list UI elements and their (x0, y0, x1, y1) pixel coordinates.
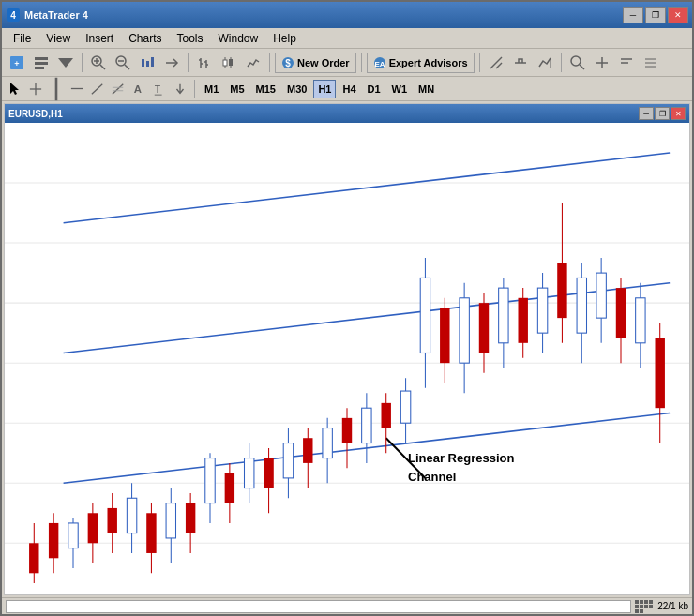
inner-restore-button[interactable]: ❐ (655, 107, 670, 120)
text-label-tool[interactable]: T (150, 80, 169, 98)
indicator1-button[interactable] (485, 53, 507, 73)
period-d1[interactable]: D1 (363, 80, 385, 98)
svg-rect-73 (68, 523, 78, 548)
time-button[interactable] (615, 53, 638, 73)
grid-icon (635, 600, 654, 613)
period-m5[interactable]: M5 (225, 80, 249, 98)
svg-rect-127 (596, 273, 606, 318)
menu-charts[interactable]: Charts (121, 30, 169, 47)
chart-shift-button[interactable] (136, 53, 158, 73)
menu-view[interactable]: View (38, 30, 78, 47)
svg-rect-89 (225, 473, 234, 503)
svg-rect-83 (166, 503, 175, 538)
svg-rect-75 (88, 513, 98, 543)
trend-line-tool[interactable] (88, 80, 107, 98)
horizontal-line-tool[interactable] (68, 80, 86, 98)
new-order-label: New Order (297, 57, 350, 68)
title-text: MetaTrader 4 (24, 9, 621, 21)
svg-rect-111 (440, 308, 449, 363)
svg-rect-27 (229, 59, 233, 66)
period-m1[interactable]: M1 (200, 80, 223, 98)
menu-tools[interactable]: Tools (170, 30, 211, 47)
status-info: 22/1 kb (635, 600, 688, 613)
scroll-bar[interactable] (6, 600, 631, 613)
sep6 (561, 53, 562, 72)
period-m15[interactable]: M15 (251, 80, 280, 98)
svg-text:EA: EA (374, 60, 385, 68)
svg-rect-123 (557, 263, 566, 318)
candle-chart-button[interactable] (218, 53, 240, 73)
svg-rect-121 (537, 288, 547, 333)
text-tool[interactable]: A (129, 80, 148, 98)
svg-rect-135 (640, 600, 643, 604)
svg-rect-115 (479, 303, 489, 353)
indicator2-button[interactable] (509, 53, 532, 73)
search-button[interactable] (566, 53, 589, 73)
zoom-in-button[interactable] (87, 53, 110, 73)
svg-rect-131 (636, 298, 645, 343)
expert-advisors-button[interactable]: EA Expert Advisors (367, 53, 475, 73)
profiles-button[interactable] (30, 53, 53, 73)
svg-rect-14 (142, 59, 144, 67)
svg-rect-77 (108, 508, 117, 533)
svg-rect-69 (29, 543, 38, 573)
svg-rect-142 (635, 609, 639, 613)
arrow-tool[interactable] (171, 80, 189, 98)
svg-rect-71 (49, 523, 58, 558)
indicator3-button[interactable] (534, 53, 556, 73)
crosshair-tool[interactable] (26, 80, 45, 98)
bar-chart-button[interactable] (193, 53, 216, 73)
menu-window[interactable]: Window (211, 30, 266, 47)
sep5 (479, 53, 480, 72)
zoom-out-button[interactable] (112, 53, 134, 73)
svg-rect-137 (649, 600, 653, 604)
line-chart-button[interactable] (242, 53, 264, 73)
period-mn[interactable]: MN (414, 80, 439, 98)
period-m30[interactable]: M30 (282, 80, 311, 98)
inner-minimize-button[interactable]: ─ (639, 107, 654, 120)
svg-rect-5 (35, 62, 48, 65)
chart-canvas[interactable]: Linear Regression Channel (5, 123, 689, 595)
toolbar-main: + $ New Or (2, 49, 692, 77)
svg-rect-105 (382, 403, 391, 428)
svg-rect-16 (151, 57, 154, 67)
period-h1[interactable]: H1 (313, 80, 336, 98)
sep4 (361, 53, 362, 72)
svg-text:$: $ (285, 58, 291, 68)
chart-container: EURUSD,H1 ─ ❐ ✕ (4, 103, 690, 595)
toolbar-drawing: A T M1 M5 M15 M30 H1 H4 D1 W1 MN (2, 77, 692, 101)
sep2 (188, 53, 189, 72)
svg-rect-113 (460, 298, 469, 363)
new-chart-button[interactable]: + (6, 53, 28, 73)
period-list-button[interactable] (640, 53, 662, 73)
svg-rect-4 (35, 57, 48, 60)
inner-window-title-text: EURUSD,H1 (8, 109, 638, 119)
svg-rect-91 (245, 458, 254, 488)
fib-tool[interactable] (109, 80, 128, 98)
menu-insert[interactable]: Insert (78, 30, 121, 47)
profiles-dropdown[interactable] (54, 53, 77, 73)
kb-info: 22/1 kb (657, 601, 688, 611)
period-w1[interactable]: W1 (387, 80, 413, 98)
close-button[interactable]: ✕ (668, 7, 688, 23)
svg-line-12 (125, 65, 129, 69)
autoscroll-button[interactable] (160, 53, 183, 73)
new-order-button[interactable]: $ New Order (275, 53, 356, 73)
svg-rect-119 (519, 298, 528, 343)
svg-line-49 (92, 83, 102, 94)
svg-line-33 (496, 63, 502, 68)
svg-rect-85 (186, 503, 195, 533)
vertical-line-tool[interactable] (47, 80, 66, 98)
cursor-tool[interactable] (6, 80, 24, 98)
minimize-button[interactable]: ─ (623, 7, 643, 23)
period-h4[interactable]: H4 (338, 80, 360, 98)
inner-window-title: EURUSD,H1 ─ ❐ ✕ (5, 104, 689, 123)
svg-rect-97 (303, 438, 312, 463)
svg-line-32 (490, 57, 502, 68)
restore-button[interactable]: ❐ (645, 7, 666, 23)
inner-close-button[interactable]: ✕ (671, 107, 686, 120)
menu-file[interactable]: File (6, 30, 38, 47)
menu-help[interactable]: Help (265, 30, 304, 47)
period-separator-button[interactable] (591, 53, 613, 73)
svg-rect-87 (205, 458, 215, 503)
